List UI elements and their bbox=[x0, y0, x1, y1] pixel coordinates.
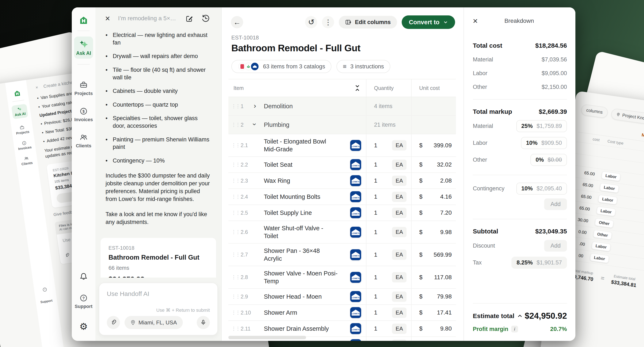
estimate-item-row[interactable]: ⋮⋮2.5Toilet Supply LineLOWE’S1EA$7.20 bbox=[228, 205, 456, 221]
close-breakdown-icon[interactable]: × bbox=[473, 17, 478, 25]
unit-cost-value[interactable]: 117.08 bbox=[434, 274, 452, 281]
settings-gear-icon[interactable]: ⚙ bbox=[79, 322, 88, 331]
estimate-group-row[interactable]: ⋮⋮2›Plumbing21 items bbox=[228, 116, 456, 134]
unit-cost-value[interactable]: 17.41 bbox=[437, 309, 452, 316]
estimate-item-row[interactable]: ⋮⋮2.3Wax RingLOWE’S1EA$2.08 bbox=[228, 173, 456, 189]
drag-handle-icon[interactable]: ⋮⋮ bbox=[231, 210, 239, 216]
quantity-value[interactable]: 1 bbox=[374, 177, 378, 184]
composer-placeholder[interactable]: Use Handoff AI bbox=[107, 290, 210, 298]
estimate-item-row[interactable]: ⋮⋮2.4Toilet Mounting BoltsLOWE’S1EA$4.16 bbox=[228, 189, 456, 205]
unit-chip[interactable]: EA bbox=[392, 192, 406, 202]
estimate-item-row[interactable]: ⋮⋮2.9Shower Head - MoenLOWE’S1EA$79.98 bbox=[228, 289, 456, 305]
estimate-item-row[interactable]: ⋮⋮2.10Shower ArmLOWE’S1EA$17.41 bbox=[228, 305, 456, 321]
history-icon[interactable] bbox=[201, 14, 210, 22]
tax-input[interactable]: 8.25%$1,901.57 bbox=[512, 257, 567, 269]
sidebar-item-clients[interactable]: Clients bbox=[76, 134, 91, 148]
drag-handle-icon[interactable]: ⋮⋮ bbox=[231, 252, 239, 258]
quantity-value[interactable]: 1 bbox=[374, 161, 378, 168]
undo-button[interactable]: ↺ bbox=[305, 16, 317, 28]
unit-chip[interactable]: EA bbox=[392, 208, 406, 218]
catalog-logo-lowes-icon bbox=[250, 62, 259, 71]
chevron-right-icon[interactable]: › bbox=[254, 102, 256, 109]
unit-chip[interactable]: EA bbox=[392, 227, 406, 237]
unit-cost-value[interactable]: 9.98 bbox=[440, 229, 452, 236]
unit-chip[interactable]: EA bbox=[392, 160, 406, 170]
markup-other-input[interactable]: 0%$0.00 bbox=[530, 154, 567, 166]
add-line-button[interactable]: Add bbox=[544, 198, 567, 210]
unit-cost-value[interactable]: 32.02 bbox=[437, 161, 452, 168]
ai-composer[interactable]: Use Handoff AI Use ⌘ + Return to submit … bbox=[99, 282, 218, 336]
quantity-value[interactable]: 1 bbox=[374, 142, 378, 149]
drag-handle-icon[interactable]: ⋮⋮ bbox=[231, 178, 239, 184]
drag-handle-icon[interactable]: ⋮⋮ bbox=[231, 162, 239, 168]
estimate-item-row[interactable]: ⋮⋮2.11Shower Drain AssemblyLOWE’S1EA$9.8… bbox=[228, 321, 456, 337]
handoff-logo-icon[interactable] bbox=[79, 16, 88, 25]
estimate-item-row[interactable]: ⋮⋮2.6Water Shut-off Valve - ToiletLOWE’S… bbox=[228, 221, 456, 244]
unit-chip[interactable]: EA bbox=[392, 272, 406, 282]
instructions-badge[interactable]: ≡ 3 instructions bbox=[336, 60, 390, 73]
add-discount-button[interactable]: Add bbox=[544, 240, 567, 252]
estimate-total-toggle[interactable]: Estimate total bbox=[473, 312, 522, 320]
unit-cost-value[interactable]: 79.98 bbox=[437, 293, 452, 300]
edit-columns-button[interactable]: Edit columns bbox=[339, 16, 397, 28]
unit-chip[interactable]: EA bbox=[392, 250, 406, 260]
vendor-badge-lowes-icon: LOWE’S bbox=[350, 207, 361, 218]
quantity-value[interactable]: 1 bbox=[374, 229, 378, 236]
estimate-item-row[interactable]: ⋮⋮2.2Toilet SeatLOWE’S1EA$32.02 bbox=[228, 157, 456, 173]
location-pill[interactable]: Miami, FL, USA bbox=[124, 316, 183, 329]
sidebar-item-ask-ai[interactable]: Ask AI bbox=[74, 36, 93, 59]
drag-handle-icon[interactable]: ⋮⋮ bbox=[231, 122, 239, 128]
estimate-item-row[interactable]: ⋮⋮2.1Toilet - Elongated Bowl Mid-GradeLO… bbox=[228, 134, 456, 157]
collapse-all-icon[interactable] bbox=[354, 84, 360, 92]
quantity-value[interactable]: 1 bbox=[374, 325, 378, 332]
unit-chip[interactable]: EA bbox=[392, 140, 406, 150]
quantity-value[interactable]: 1 bbox=[374, 293, 378, 300]
attach-file-button[interactable] bbox=[107, 316, 120, 329]
quantity-value[interactable]: 1 bbox=[374, 193, 378, 200]
quantity-value[interactable]: 1 bbox=[374, 252, 378, 258]
markup-labor-input[interactable]: 10%$909.50 bbox=[521, 137, 567, 149]
bullet-dot-icon: • bbox=[106, 157, 113, 165]
unit-cost-value[interactable]: 4.16 bbox=[440, 193, 452, 200]
drag-handle-icon[interactable]: ⋮⋮ bbox=[231, 294, 239, 300]
unit-cost-value[interactable]: 399.09 bbox=[434, 142, 452, 149]
new-chat-icon[interactable] bbox=[185, 14, 193, 22]
unit-chip[interactable]: EA bbox=[392, 308, 406, 318]
drag-handle-icon[interactable]: ⋮⋮ bbox=[231, 326, 239, 332]
drag-handle-icon[interactable]: ⋮⋮ bbox=[231, 142, 239, 148]
markup-material-input[interactable]: 25%$1,759.89 bbox=[516, 120, 567, 132]
unit-cost-value[interactable]: 9.80 bbox=[440, 325, 452, 332]
estimate-group-row[interactable]: ⋮⋮1›Demolition4 items bbox=[228, 97, 456, 116]
unit-chip[interactable]: EA bbox=[392, 176, 406, 186]
drag-handle-icon[interactable]: ⋮⋮ bbox=[231, 194, 239, 200]
chevron-down-icon[interactable]: › bbox=[252, 123, 258, 126]
unit-cost-value[interactable]: 2.08 bbox=[440, 177, 452, 184]
back-button[interactable]: ← bbox=[231, 16, 243, 28]
drag-handle-icon[interactable]: ⋮⋮ bbox=[231, 229, 239, 235]
drag-handle-icon[interactable]: ⋮⋮ bbox=[231, 274, 239, 280]
unit-chip[interactable]: EA bbox=[392, 340, 406, 341]
notifications-bell-icon[interactable] bbox=[79, 272, 88, 280]
contingency-input[interactable]: 10%$2,095.40 bbox=[516, 182, 567, 194]
estimate-item-row[interactable]: ⋮⋮2.7Shower Pan - 36×48 AcrylicLOWE’S1EA… bbox=[228, 244, 456, 266]
sidebar-item-invoices[interactable]: $ Invoices bbox=[74, 107, 93, 122]
sidebar-item-projects[interactable]: Projects bbox=[74, 81, 93, 96]
unit-chip[interactable]: EA bbox=[392, 324, 406, 334]
unit-cost-value[interactable]: 569.99 bbox=[434, 252, 452, 258]
quantity-value[interactable]: 1 bbox=[374, 309, 378, 316]
quantity-value[interactable]: 1 bbox=[374, 274, 378, 281]
catalogs-badge[interactable]: 63 items from 3 catalogs bbox=[231, 60, 332, 73]
close-chat-icon[interactable]: × bbox=[105, 14, 110, 22]
quantity-value[interactable]: 1 bbox=[374, 210, 378, 216]
info-icon[interactable]: i bbox=[511, 326, 518, 332]
estimate-item-row[interactable]: ⋮⋮2.8Shower Valve - Moen Posi-TempLOWE’S… bbox=[228, 266, 456, 289]
unit-chip[interactable]: EA bbox=[392, 292, 406, 302]
sidebar-item-support[interactable]: ? Support bbox=[75, 294, 92, 309]
more-options-button[interactable]: ⋮ bbox=[322, 16, 334, 28]
convert-to-button[interactable]: Convert to bbox=[402, 16, 455, 29]
drag-handle-icon[interactable]: ⋮⋮ bbox=[231, 310, 239, 316]
voice-input-button[interactable] bbox=[197, 316, 210, 329]
unit-cost-value[interactable]: 7.20 bbox=[440, 210, 452, 216]
drag-handle-icon[interactable]: ⋮⋮ bbox=[231, 104, 239, 109]
horizontal-scrollbar[interactable] bbox=[228, 336, 306, 339]
